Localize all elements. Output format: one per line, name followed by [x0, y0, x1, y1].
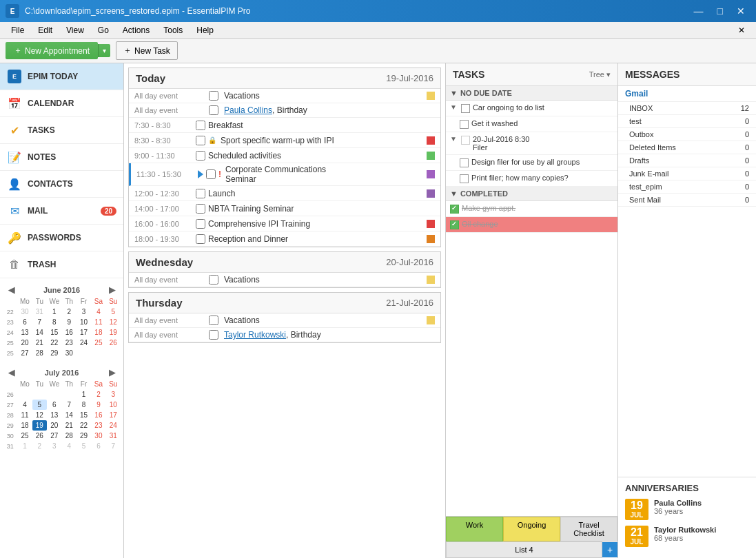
july-aug-3[interactable]: 3 — [47, 441, 61, 451]
scheduled-check[interactable] — [196, 151, 205, 161]
msg-drafts[interactable]: Drafts 0 — [618, 154, 756, 167]
june-d-21[interactable]: 21 — [32, 338, 47, 348]
july-d-24[interactable]: 24 — [106, 420, 121, 431]
june-d-20[interactable]: 20 — [17, 338, 32, 348]
june-d-4[interactable]: 4 — [91, 307, 105, 317]
msg-junk[interactable]: Junk E-mail 0 — [618, 167, 756, 180]
filer-collapse-btn[interactable]: ▼ — [450, 135, 457, 143]
july-d-20[interactable]: 20 — [47, 420, 61, 431]
print-filer-check[interactable] — [460, 174, 469, 183]
june-d-30[interactable]: 30 — [17, 307, 32, 317]
car-collapse-btn[interactable]: ▼ — [450, 103, 457, 111]
new-task-button[interactable]: ＋ New Task — [116, 41, 178, 60]
new-appointment-dropdown[interactable]: ▾ — [98, 44, 110, 57]
close-button[interactable]: ✕ — [731, 4, 750, 18]
menu-edit[interactable]: Edit — [32, 24, 58, 37]
june-d-10[interactable]: 10 — [76, 317, 91, 327]
june-d-22[interactable]: 22 — [47, 338, 61, 348]
design-filer-check[interactable] — [460, 158, 469, 167]
june-d-18[interactable]: 18 — [91, 327, 105, 338]
comprehensive-check[interactable] — [196, 219, 205, 229]
get-washed-check[interactable] — [460, 120, 469, 129]
july-d-11[interactable]: 11 — [17, 410, 32, 420]
july-d-13[interactable]: 13 — [47, 410, 61, 420]
menu-actions[interactable]: Actions — [117, 24, 155, 37]
sidebar-item-epim-today[interactable]: E EPIM TODAY — [0, 63, 123, 90]
july-aug-7[interactable]: 7 — [106, 441, 121, 451]
june-d-28[interactable]: 28 — [32, 348, 47, 358]
oil-change-check[interactable]: ✓ — [450, 220, 459, 229]
july-d-9[interactable]: 9 — [91, 400, 105, 410]
june-d-29[interactable]: 29 — [47, 348, 61, 358]
july-d-21[interactable]: 21 — [62, 420, 76, 431]
tasks-tab-ongoing[interactable]: Ongoing — [503, 517, 560, 541]
june-d-31[interactable]: 31 — [32, 307, 47, 317]
sidebar-item-tasks[interactable]: ✔ TASKS — [0, 117, 123, 144]
june-d-1[interactable]: 1 — [47, 307, 61, 317]
june-d-2[interactable]: 2 — [62, 307, 76, 317]
july-d-8[interactable]: 8 — [76, 400, 91, 410]
july-d-12[interactable]: 12 — [32, 410, 47, 420]
june-d-19[interactable]: 19 — [106, 327, 121, 338]
july-d-4[interactable]: 4 — [17, 400, 32, 410]
july-d-10[interactable]: 10 — [106, 400, 121, 410]
june-d-12[interactable]: 12 — [106, 317, 121, 327]
launch-check[interactable] — [196, 189, 205, 198]
june-d-23[interactable]: 23 — [62, 338, 76, 348]
july-d-17[interactable]: 17 — [106, 410, 121, 420]
july-d-30[interactable]: 30 — [91, 431, 105, 441]
july-d-2[interactable]: 2 — [91, 389, 105, 400]
july-aug-5[interactable]: 5 — [76, 441, 91, 451]
msg-sent[interactable]: Sent Mail 0 — [618, 194, 756, 207]
car-check[interactable] — [461, 104, 470, 113]
menu-tools[interactable]: Tools — [158, 24, 188, 37]
maximize-button[interactable]: □ — [712, 4, 728, 18]
tasks-add-tab-button[interactable]: + — [602, 542, 617, 557]
sidebar-item-contacts[interactable]: 👤 CONTACTS — [0, 171, 123, 198]
sidebar-item-mail[interactable]: ✉ MAIL 20 — [0, 198, 123, 225]
june-d-3[interactable]: 3 — [76, 307, 91, 317]
tasks-tab-work[interactable]: Work — [446, 517, 503, 541]
july-aug-4[interactable]: 4 — [62, 441, 76, 451]
june-d-25[interactable]: 25 — [91, 338, 105, 348]
july-d-22[interactable]: 22 — [76, 420, 91, 431]
msg-deleted[interactable]: Deleted Items 0 — [618, 141, 756, 154]
paula-check[interactable] — [209, 105, 218, 115]
july-d-18[interactable]: 18 — [17, 420, 32, 431]
june-d-17[interactable]: 17 — [76, 327, 91, 338]
july-aug-6[interactable]: 6 — [91, 441, 105, 451]
msg-outbox[interactable]: Outbox 0 — [618, 128, 756, 141]
minimize-button[interactable]: — — [688, 4, 709, 18]
corporate-check[interactable] — [206, 169, 216, 179]
menu-close-x[interactable]: ✕ — [733, 24, 750, 37]
june-d-13[interactable]: 13 — [17, 327, 32, 338]
june-d-5[interactable]: 5 — [106, 307, 121, 317]
july-d-19[interactable]: 19 — [32, 420, 47, 431]
new-appointment-button[interactable]: ＋ New Appointment — [6, 42, 98, 59]
june-d-9[interactable]: 9 — [62, 317, 76, 327]
menu-file[interactable]: File — [6, 24, 30, 37]
july-d-3[interactable]: 3 — [106, 389, 121, 400]
menu-help[interactable]: Help — [191, 24, 219, 37]
july-d-15[interactable]: 15 — [76, 410, 91, 420]
june-d-6[interactable]: 6 — [17, 317, 32, 327]
june-d-24[interactable]: 24 — [76, 338, 91, 348]
menu-view[interactable]: View — [61, 24, 90, 37]
july-d-31[interactable]: 31 — [106, 431, 121, 441]
june-d-11[interactable]: 11 — [91, 317, 105, 327]
make-gym-check[interactable]: ✓ — [450, 205, 459, 214]
june-d-7[interactable]: 7 — [32, 317, 47, 327]
mini-cal-next[interactable]: ▶ — [106, 285, 118, 295]
task-no-due-date-header[interactable]: ▼ NO DUE DATE — [446, 86, 617, 101]
task-oil-change[interactable]: ✓ Oil change — [446, 217, 617, 233]
june-d-16[interactable]: 16 — [62, 327, 76, 338]
wed-vacations-check[interactable] — [209, 275, 218, 285]
june-d-26[interactable]: 26 — [106, 338, 121, 348]
sidebar-item-notes[interactable]: 📝 NOTES — [0, 144, 123, 171]
july-d-26[interactable]: 26 — [32, 431, 47, 441]
sport-check[interactable] — [196, 136, 205, 145]
june-d-8[interactable]: 8 — [47, 317, 61, 327]
july-aug-1[interactable]: 1 — [17, 441, 32, 451]
tasks-tab-list4[interactable]: List 4 — [446, 541, 602, 558]
july-d-27[interactable]: 27 — [47, 431, 61, 441]
